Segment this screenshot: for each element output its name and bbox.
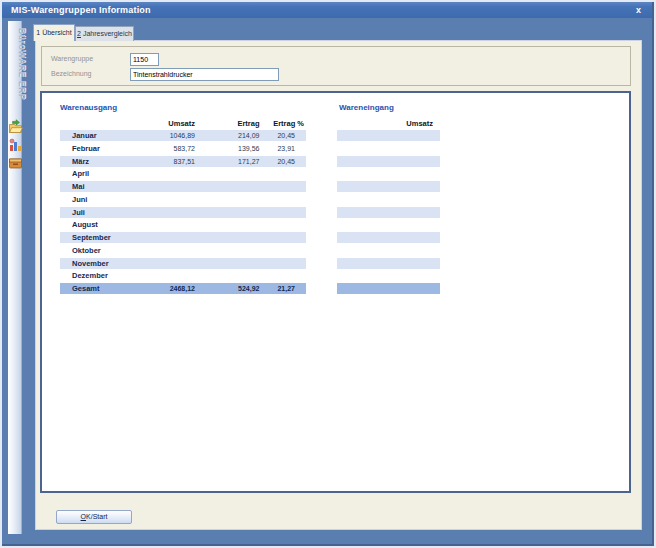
chart-people-icon[interactable] [8,137,23,152]
report-panel: Warenausgang Wareneingang Umsatz Ertrag … [40,91,631,493]
table-row [337,258,440,269]
window-title: MIS-Warengruppen Information [11,5,151,15]
table-row: Januar1046,89214,0920,45 [60,130,306,141]
warengruppe-input[interactable] [130,53,159,66]
open-folder-icon[interactable] [8,119,23,134]
table-row: Februar583,72139,5623,91 [60,143,306,154]
col-umsatz: Umsatz [135,119,195,128]
table-row: Gesamt2468,12524,9221,27 [60,283,306,294]
table-row [337,245,440,256]
table-row [337,194,440,205]
table-row [337,219,440,230]
tab-page: Warengruppe Bezeichnung Warenausgang War… [35,40,642,530]
table-row [337,156,440,167]
tab-jahresvergleich[interactable]: 2 Jahresvergleich [75,26,134,41]
warenausgang-rows: Januar1046,89214,0920,45Februar583,72139… [60,130,306,296]
bezeichnung-label: Bezeichnung [51,70,91,77]
table-row: Dezember [60,270,306,281]
table-row [337,270,440,281]
table-row [337,143,440,154]
table-row: Mai [60,181,306,192]
col-umsatz-we: Umsatz [406,119,433,128]
bezeichnung-input[interactable] [130,68,279,81]
sidebar-icons [8,119,23,173]
table-row [337,232,440,243]
warengruppe-label: Warengruppe [51,55,93,62]
table-row: März837,51171,2720,45 [60,156,306,167]
table-row [337,130,440,141]
table-row: September [60,232,306,243]
table-row [337,207,440,218]
table-row: Juni [60,194,306,205]
drawer-icon[interactable] [8,155,23,170]
table-row: November [60,258,306,269]
wareneingang-title: Wareneingang [339,103,394,112]
table-row: Oktober [60,245,306,256]
col-ertrag: Ertrag [195,119,260,128]
tab-uebersicht-label: 1 Übersicht [36,29,71,36]
ok-start-button[interactable]: OK/Start [56,510,132,524]
table-row: April [60,168,306,179]
table-row [337,168,440,179]
warenausgang-header: Umsatz Ertrag Ertrag % [60,119,306,128]
col-ertrag-pct: Ertrag % [260,119,305,128]
wareneingang-rows [337,130,440,296]
warenausgang-title: Warenausgang [60,103,117,112]
brand-vertical-label: BüroWARE ERP [17,28,27,100]
sidebar: BüroWARE ERP [8,21,22,534]
table-row: August [60,219,306,230]
tab-jahresvergleich-label: 2 Jahresvergleich [77,30,132,37]
titlebar: MIS-Warengruppen Information x [2,2,654,18]
table-row: Juli [60,207,306,218]
tab-uebersicht[interactable]: 1 Übersicht [33,24,75,41]
table-row [337,181,440,192]
wareneingang-header: Umsatz [337,119,440,128]
table-row [337,283,440,294]
form-groupbox: Warengruppe Bezeichnung [41,46,631,86]
close-icon[interactable]: x [636,5,641,15]
